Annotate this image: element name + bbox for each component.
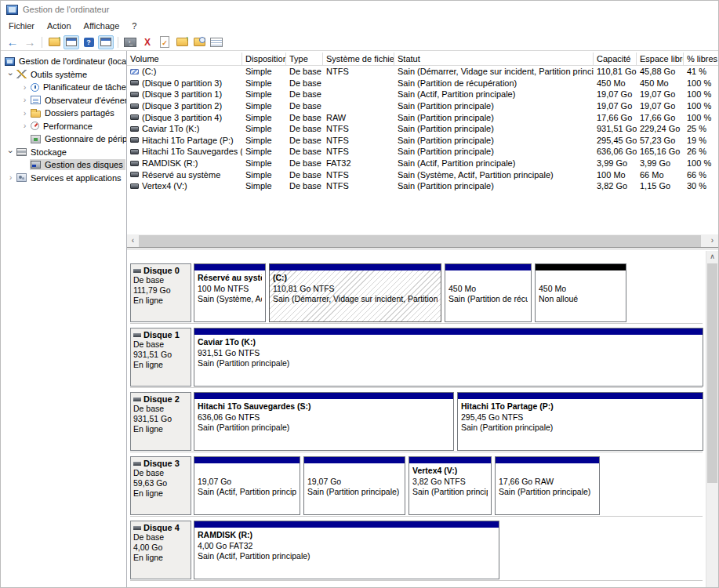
sidebar-item-dossiers-partages[interactable]: ›Dossiers partagés — [1, 107, 126, 120]
partition-body: 17,66 Go RAWSain (Partition principale) — [496, 463, 599, 515]
volume-row[interactable]: (Disque 0 partition 3)SimpleDe baseSain … — [127, 78, 718, 89]
expander-icon[interactable]: › — [6, 69, 15, 79]
sidebar-item-services-applications[interactable]: ›Services et applications — [1, 172, 126, 185]
volume-cell-1: Simple — [242, 147, 286, 156]
disk-row: Disque 4De base4,00 GoEn ligneRAMDISK (R… — [130, 517, 703, 581]
disk-header[interactable]: Disque 4De base4,00 GoEn ligne — [130, 521, 191, 579]
column-header-5[interactable]: Capacité — [594, 53, 637, 66]
scrollbar-thumb[interactable] — [139, 235, 701, 247]
volume-row[interactable]: Hitachi 1To Sauvegardes (S:)SimpleDe bas… — [127, 146, 718, 158]
expander-icon[interactable]: › — [6, 147, 15, 157]
disk-header[interactable]: Disque 2De base931,51 GoEn ligne — [130, 392, 191, 451]
partition-name — [539, 273, 623, 284]
sidebar-item-stockage[interactable]: ›Stockage — [1, 146, 126, 159]
disk-header[interactable]: Disque 1De base931,51 GoEn ligne — [130, 328, 191, 387]
column-header-2[interactable]: Type — [286, 53, 323, 66]
scroll-left-icon[interactable]: ‹ — [127, 234, 139, 247]
menu-item-2[interactable]: Affichage — [78, 20, 126, 32]
forward-icon[interactable] — [22, 35, 38, 49]
partition-status: Sain (Partition principale) — [412, 487, 488, 498]
sidebar-item-observateur-evenements[interactable]: ›Observateur d'événeme — [1, 94, 126, 107]
command-icon[interactable] — [122, 35, 138, 49]
column-header-0[interactable]: Volume — [127, 53, 242, 66]
sidebar-item-content: Gestion des disques — [30, 159, 125, 170]
partition-size: 450 Mo — [448, 284, 528, 295]
column-header-7[interactable]: % libres — [684, 53, 718, 66]
column-header-4[interactable]: Statut — [394, 53, 594, 66]
volume-row[interactable]: (Disque 3 partition 1)SimpleDe baseSain … — [127, 89, 718, 100]
details-icon[interactable] — [209, 35, 224, 49]
back-icon[interactable] — [5, 35, 20, 49]
volume-row[interactable]: RAMDISK (R:)SimpleDe baseFAT32Sain (Acti… — [127, 158, 718, 169]
expander-icon[interactable]: › — [20, 83, 30, 92]
volume-row[interactable]: Réservé au systèmeSimpleDe baseNTFSSain … — [127, 169, 718, 180]
volume-cell-3: NTFS — [323, 124, 394, 133]
export-icon[interactable] — [46, 35, 62, 49]
volume-cell-7: 66 % — [684, 170, 718, 180]
partition-block[interactable]: 450 MoSain (Partition de récupération) — [445, 263, 532, 322]
scroll-right-icon[interactable]: › — [706, 234, 718, 247]
partition-block[interactable]: Vertex4 (V:)3,82 Go NTFSSain (Partition … — [409, 456, 492, 515]
expander-icon[interactable]: › — [20, 96, 30, 104]
partition-block[interactable]: (C:)110,81 Go NTFSSain (Démarrer, Vidage… — [269, 263, 441, 322]
volume-list-body: (C:)SimpleDe baseNTFSSain (Démarrer, Vid… — [127, 66, 718, 192]
volume-icon — [130, 114, 139, 120]
volume-cell-5: 295,45 Go — [594, 136, 637, 145]
expander-icon[interactable]: › — [20, 122, 30, 130]
column-header-1[interactable]: Disposition — [242, 53, 286, 66]
volume-cell-4: Sain (Partition principale) — [394, 147, 594, 156]
volume-cell-7: 30 % — [684, 181, 718, 191]
scrollbar-thumb[interactable] — [707, 263, 717, 483]
volume-cell-0: Hitachi 1To Sauvegardes (S:) — [127, 147, 242, 156]
partition-block[interactable]: RAMDISK (R:)4,00 Go FAT32Sain (Actif, Pa… — [194, 521, 499, 579]
volume-row[interactable]: Vertex4 (V:)SimpleDe baseNTFSSain (Parti… — [127, 180, 718, 192]
volume-row[interactable]: (Disque 3 partition 2)SimpleDe baseSain … — [127, 100, 718, 112]
volume-row[interactable]: (C:)SimpleDe baseNTFSSain (Démarrer, Vid… — [127, 66, 718, 78]
delete-icon[interactable] — [140, 35, 155, 49]
column-header-6[interactable]: Espace libre — [637, 53, 684, 66]
sidebar-item-performance[interactable]: ›Performance — [1, 120, 126, 133]
menu-item-3[interactable]: ? — [125, 20, 143, 32]
volume-cell-2: De base — [286, 124, 323, 133]
console-tree-icon[interactable] — [64, 35, 79, 49]
partition-block[interactable]: 17,66 Go RAWSain (Partition principale) — [495, 456, 600, 515]
sidebar-item-gestion-ordinateur-local[interactable]: Gestion de l'ordinateur (local) — [1, 55, 126, 68]
expander-icon[interactable]: › — [20, 109, 30, 118]
volume-cell-2: De base — [286, 170, 323, 180]
sidebar-item-label: Gestion de l'ordinateur (local) — [19, 56, 127, 66]
partition-block[interactable]: Hitachi 1To Partage (P:)295,45 Go NTFSSa… — [457, 392, 703, 451]
partition-block[interactable]: 19,07 GoSain (Actif, Partition principal… — [194, 456, 300, 515]
sidebar-item-gestion-des-disques[interactable]: Gestion des disques — [1, 158, 126, 172]
sidebar-item-planificateur-taches[interactable]: ›Planificateur de tâches — [1, 81, 126, 94]
partition-block[interactable]: Hitachi 1To Sauvegardes (S:)636,06 Go NT… — [194, 392, 454, 451]
expander-icon[interactable]: › — [5, 173, 16, 182]
help-icon[interactable] — [81, 35, 96, 49]
console-tree: Gestion de l'ordinateur (local)›Outils s… — [1, 51, 127, 588]
sidebar-item-gestionnaire-peripheriques[interactable]: Gestionnaire de périphé — [1, 132, 126, 146]
partition-block[interactable]: Caviar 1To (K:)931,51 Go NTFSSain (Parti… — [194, 328, 703, 387]
column-header-3[interactable]: Système de fichiers — [323, 53, 394, 66]
volume-row[interactable]: (Disque 3 partition 4)SimpleDe baseRAWSa… — [127, 111, 718, 123]
action-pane-icon[interactable] — [98, 35, 114, 49]
menu-item-1[interactable]: Action — [41, 20, 78, 32]
horizontal-scrollbar[interactable]: ‹ › — [127, 234, 718, 247]
scroll-up-icon[interactable]: ∧ — [706, 251, 718, 263]
folder-search-icon[interactable] — [191, 35, 207, 49]
properties-icon[interactable] — [157, 35, 172, 49]
volume-row[interactable]: Caviar 1To (K:)SimpleDe baseNTFSSain (Pa… — [127, 123, 718, 135]
volume-row[interactable]: Hitachi 1To Partage (P:)SimpleDe baseNTF… — [127, 135, 718, 147]
vertical-scrollbar[interactable]: ∧ — [706, 251, 718, 588]
window-body: Gestion de l'ordinateur (local)›Outils s… — [1, 51, 718, 588]
disk-header[interactable]: Disque 3De base59,63 GoEn ligne — [130, 456, 191, 515]
volume-cell-0: (Disque 3 partition 4) — [127, 113, 242, 122]
partition-size: 19,07 Go — [307, 477, 401, 488]
folder-up-icon[interactable] — [174, 35, 190, 49]
unallocated-block[interactable]: 450 MoNon alloué — [535, 263, 626, 322]
menu-item-0[interactable]: Fichier — [2, 20, 41, 32]
disk-header[interactable]: Disque 0De base111,79 GoEn ligne — [130, 263, 191, 322]
volume-cell-5: 636,06 Go — [594, 147, 637, 156]
partition-block[interactable]: Réservé au système100 Mo NTFSSain (Systè… — [194, 263, 266, 322]
sidebar-item-outils-systeme[interactable]: ›Outils système — [1, 68, 126, 82]
partition-block[interactable]: 19,07 GoSain (Partition principale) — [303, 456, 405, 515]
volume-cell-3: FAT32 — [323, 158, 394, 168]
